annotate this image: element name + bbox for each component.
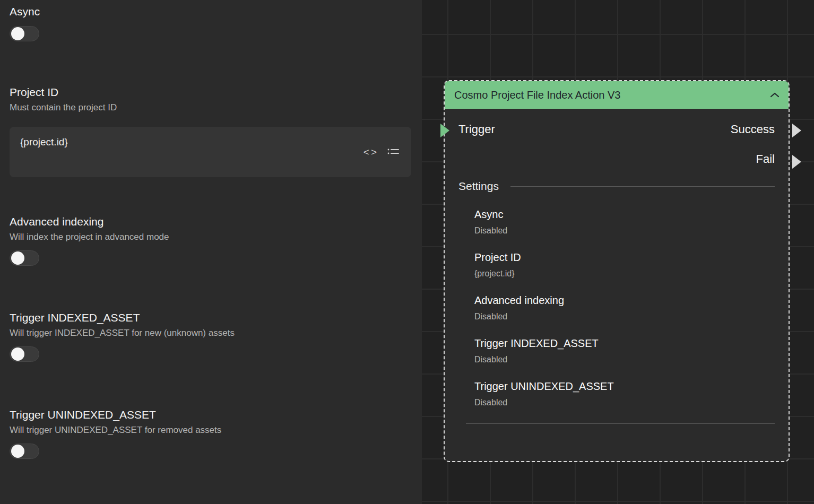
workflow-editor: Async Project ID Must contain the projec…	[0, 0, 814, 504]
node-header[interactable]: Cosmo Project File Index Action V3	[445, 81, 789, 109]
setting-label: Project ID	[474, 251, 775, 264]
setting-value: Disabled	[474, 398, 775, 407]
fail-port-label: Fail	[458, 152, 775, 166]
project-id-input[interactable]: {project.id} <>	[10, 127, 411, 177]
field-hint-trigger-unindexed-asset: Will trigger UNINDEXED_ASSET for removed…	[10, 425, 411, 436]
node-config-panel: Async Project ID Must contain the projec…	[0, 0, 422, 504]
toggle-knob	[11, 347, 24, 361]
setting-item-trigger-unindexed-asset: Trigger UNINDEXED_ASSET Disabled	[474, 380, 775, 407]
settings-heading: Settings	[458, 180, 775, 193]
field-label-advanced-indexing: Advanced indexing	[10, 215, 411, 228]
input-port-label: Trigger	[458, 123, 495, 136]
chevron-up-icon[interactable]	[770, 92, 779, 98]
toggle-knob	[11, 251, 24, 265]
setting-value: Disabled	[474, 355, 775, 364]
setting-item-trigger-indexed-asset: Trigger INDEXED_ASSET Disabled	[474, 337, 775, 364]
workflow-canvas[interactable]: Cosmo Project File Index Action V3 Trigg…	[422, 0, 814, 504]
field-async: Async	[10, 5, 411, 41]
field-label-trigger-unindexed-asset: Trigger UNINDEXED_ASSET	[10, 409, 411, 421]
project-id-value: {project.id}	[20, 136, 401, 148]
setting-value: {project.id}	[474, 269, 775, 279]
settings-list: Async Disabled Project ID {project.id} A…	[458, 208, 775, 407]
setting-label: Trigger UNINDEXED_ASSET	[474, 380, 775, 393]
field-trigger-unindexed-asset: Trigger UNINDEXED_ASSET Will trigger UNI…	[10, 409, 411, 459]
advanced-indexing-toggle[interactable]	[10, 250, 39, 266]
field-hint-advanced-indexing: Will index the project in advanced mode	[10, 232, 411, 242]
trigger-indexed-asset-toggle[interactable]	[10, 346, 39, 362]
ports-row: Trigger Success	[458, 123, 775, 136]
async-toggle[interactable]	[10, 26, 39, 41]
setting-item-project-id: Project ID {project.id}	[474, 251, 775, 279]
field-label-trigger-indexed-asset: Trigger INDEXED_ASSET	[10, 311, 411, 324]
list-icon[interactable]	[387, 147, 400, 158]
success-port-label: Success	[731, 123, 775, 136]
settings-heading-label: Settings	[458, 180, 499, 193]
toggle-knob	[11, 27, 24, 40]
trigger-unindexed-asset-toggle[interactable]	[10, 444, 39, 459]
field-advanced-indexing: Advanced indexing Will index the project…	[10, 215, 411, 266]
setting-label: Async	[474, 208, 775, 221]
setting-item-advanced-indexing: Advanced indexing Disabled	[474, 294, 775, 321]
fail-port-arrow[interactable]	[792, 155, 801, 169]
node-title: Cosmo Project File Index Action V3	[454, 89, 620, 101]
setting-item-async: Async Disabled	[474, 208, 775, 236]
node-body: Trigger Success Fail Settings Async Disa…	[445, 109, 789, 424]
input-icons: <>	[363, 146, 400, 158]
settings-heading-rule	[510, 186, 775, 187]
setting-value: Disabled	[474, 312, 775, 321]
field-label-async: Async	[10, 5, 411, 18]
setting-label: Trigger INDEXED_ASSET	[474, 337, 775, 350]
success-port-arrow[interactable]	[792, 124, 801, 137]
node-bottom-rule	[466, 423, 775, 424]
field-hint-trigger-indexed-asset: Will trigger INDEXED_ASSET for new (unkn…	[10, 328, 411, 338]
field-trigger-indexed-asset: Trigger INDEXED_ASSET Will trigger INDEX…	[10, 311, 411, 362]
field-hint-project-id: Must contain the project ID	[10, 102, 411, 113]
field-project-id: Project ID Must contain the project ID {…	[10, 86, 411, 177]
node-card[interactable]: Cosmo Project File Index Action V3 Trigg…	[444, 80, 790, 462]
field-label-project-id: Project ID	[10, 86, 411, 99]
setting-value: Disabled	[474, 226, 775, 236]
toggle-knob	[11, 445, 24, 458]
code-icon[interactable]: <>	[363, 146, 378, 158]
setting-label: Advanced indexing	[474, 294, 775, 307]
